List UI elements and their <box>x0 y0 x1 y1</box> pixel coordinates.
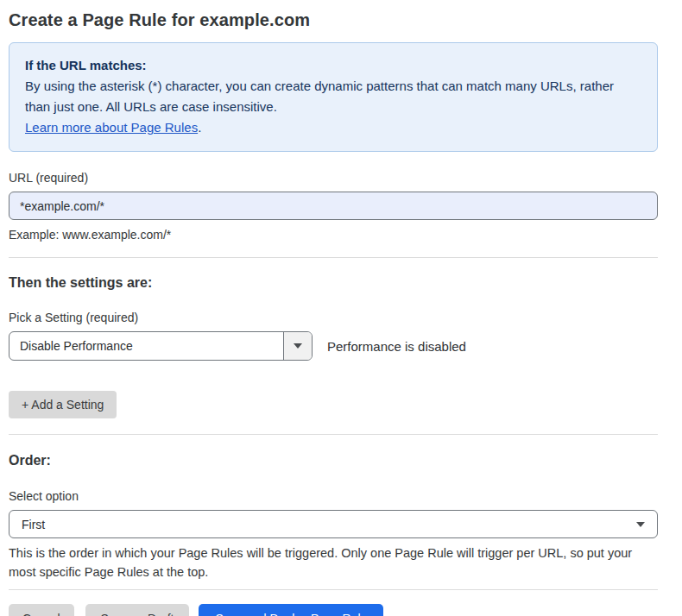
order-select[interactable]: First <box>9 510 658 538</box>
url-input[interactable] <box>9 192 658 220</box>
link-suffix: . <box>198 120 201 135</box>
info-box-heading: If the URL matches: <box>25 55 641 76</box>
order-help-text: This is the order in which your Page Rul… <box>9 544 658 581</box>
chevron-down-icon <box>636 522 645 527</box>
setting-select-value: Disable Performance <box>9 332 283 360</box>
url-example-text: Example: www.example.com/* <box>9 228 658 242</box>
setting-select[interactable]: Disable Performance <box>9 331 313 361</box>
save-deploy-button[interactable]: Save and Deploy Page Rule <box>199 604 383 616</box>
info-box-body: By using the asterisk (*) character, you… <box>25 76 641 117</box>
info-box-link-line: Learn more about Page Rules. <box>25 117 641 138</box>
setting-select-arrow-button[interactable] <box>283 332 312 360</box>
order-heading: Order: <box>9 453 658 468</box>
setting-row: Disable Performance Performance is disab… <box>9 331 658 361</box>
cancel-button[interactable]: Cancel <box>9 604 74 616</box>
setting-status-text: Performance is disabled <box>327 339 466 354</box>
url-label: URL (required) <box>9 171 658 185</box>
save-draft-button[interactable]: Save as Draft <box>85 604 190 616</box>
learn-more-link[interactable]: Learn more about Page Rules <box>25 120 198 135</box>
url-match-info-box: If the URL matches: By using the asteris… <box>9 42 658 152</box>
settings-heading: Then the settings are: <box>9 275 658 291</box>
pick-setting-label: Pick a Setting (required) <box>9 311 658 324</box>
divider <box>9 434 658 435</box>
create-page-rule-form: Create a Page Rule for example.com If th… <box>0 0 682 616</box>
divider <box>9 257 658 258</box>
chevron-down-icon <box>294 343 302 349</box>
page-title: Create a Page Rule for example.com <box>9 10 658 30</box>
add-setting-button[interactable]: + Add a Setting <box>9 391 117 418</box>
order-select-label: Select option <box>9 489 658 503</box>
order-select-value: First <box>22 518 45 531</box>
actions-row: Cancel Save as Draft Save and Deploy Pag… <box>9 604 658 616</box>
divider <box>9 589 658 590</box>
